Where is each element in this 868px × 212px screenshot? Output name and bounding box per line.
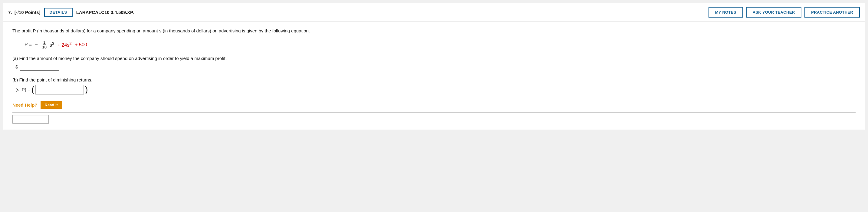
- equation-block: P = − 1 10 s3 + 24s2 + 500: [25, 40, 856, 50]
- part-b-section: (b) Find the point of diminishing return…: [12, 77, 856, 94]
- open-paren: (: [31, 85, 34, 94]
- details-button[interactable]: DETAILS: [44, 8, 73, 17]
- need-help-section: Need Help? Read It: [12, 101, 856, 109]
- equation-sign: −: [34, 42, 39, 48]
- my-notes-button[interactable]: MY NOTES: [709, 7, 743, 18]
- part-a-section: (a) Find the amount of money the company…: [12, 56, 856, 70]
- equation-term2: + 24s2: [56, 41, 71, 48]
- part-a-input[interactable]: [20, 63, 59, 70]
- equation-term1: s3: [50, 41, 54, 48]
- practice-another-button[interactable]: PRACTICE ANOTHER: [804, 7, 860, 18]
- tuple-label: (s, P) =: [16, 87, 30, 92]
- bottom-bar: [12, 112, 856, 124]
- part-b-label: (b) Find the point of diminishing return…: [12, 77, 856, 82]
- question-code: LARAPCALC10 3.4.509.XP.: [76, 10, 705, 15]
- bottom-input[interactable]: [12, 115, 49, 124]
- need-help-label: Need Help?: [12, 102, 37, 108]
- equation-term3: + 500: [73, 42, 87, 48]
- read-it-button[interactable]: Read It: [40, 101, 62, 109]
- fraction: 1 10: [41, 40, 47, 50]
- part-b-input[interactable]: [35, 85, 84, 94]
- equation-lhs: P =: [25, 42, 32, 48]
- ask-teacher-button[interactable]: ASK YOUR TEACHER: [746, 7, 802, 18]
- dollar-sign: $: [16, 64, 18, 69]
- close-paren: ): [85, 85, 88, 94]
- question-number: 7. [-/10 Points]: [8, 10, 40, 15]
- problem-statement: The profit P (in thousands of dollars) f…: [12, 28, 856, 34]
- part-a-label: (a) Find the amount of money the company…: [12, 56, 856, 61]
